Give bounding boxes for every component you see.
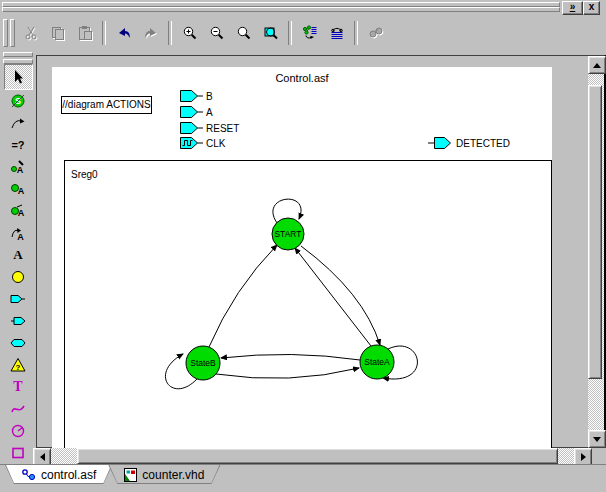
palette-grip[interactable] xyxy=(3,52,33,57)
generate-code-icon xyxy=(302,25,318,41)
toolbar-grip[interactable] xyxy=(3,19,8,47)
transition-statea-to-stateb[interactable] xyxy=(221,354,360,360)
zoom-button[interactable] xyxy=(231,20,256,45)
main-toolbar xyxy=(0,13,606,52)
svg-text:A: A xyxy=(17,232,24,242)
arrow-right-icon xyxy=(581,453,586,461)
output-port-icon xyxy=(10,313,26,329)
signal-icon xyxy=(10,335,26,351)
compile-button[interactable] xyxy=(324,20,349,45)
exit-action-tool[interactable]: A xyxy=(5,200,32,222)
transition-action-tool[interactable]: A xyxy=(5,222,32,244)
rectangle-icon xyxy=(10,445,26,461)
transition-arrow-icon xyxy=(10,115,26,131)
state-diagram: START StateB StateA xyxy=(52,67,552,448)
arrow-down-icon xyxy=(593,437,601,442)
svg-text:A: A xyxy=(18,186,25,196)
zoom-out-button[interactable] xyxy=(204,20,229,45)
transition-tool[interactable] xyxy=(5,112,32,134)
zoom-area-icon xyxy=(263,25,279,41)
rebar: » x xyxy=(0,0,606,13)
state-label: StateA xyxy=(364,357,390,367)
tab-control-asf[interactable]: control.asf xyxy=(5,465,112,484)
toolbar-grip[interactable] xyxy=(10,19,15,47)
select-tool[interactable] xyxy=(4,64,33,90)
action-icon: A xyxy=(10,159,26,175)
vhdl-file-icon xyxy=(124,468,137,482)
cut-icon xyxy=(23,25,39,41)
input-port-tool[interactable] xyxy=(5,288,32,310)
rectangle-tool[interactable] xyxy=(5,442,32,464)
text-label-tool[interactable]: A xyxy=(5,244,32,266)
toolbar-separator xyxy=(354,21,358,45)
transition-stateb-to-start[interactable] xyxy=(209,245,277,347)
input-port-icon xyxy=(10,291,26,307)
rebar-grip-line[interactable] xyxy=(2,7,560,12)
redo-icon xyxy=(143,25,159,41)
compile-icon xyxy=(329,25,345,41)
undo-button[interactable] xyxy=(111,20,136,45)
horizontal-scroll-thumb[interactable] xyxy=(77,448,558,464)
zoom-in-icon xyxy=(182,25,198,41)
vertical-scroll-thumb[interactable] xyxy=(588,85,602,379)
signal-tool[interactable] xyxy=(5,332,32,354)
copy-icon xyxy=(50,25,66,41)
exit-action-icon: A xyxy=(10,203,26,219)
assertion-tool[interactable]: ? xyxy=(5,354,32,376)
state-start[interactable]: START xyxy=(272,218,304,250)
action-tool[interactable]: A xyxy=(5,156,32,178)
tab-label: control.asf xyxy=(41,468,96,482)
transition-action-icon: A xyxy=(10,225,26,241)
browse-icon xyxy=(368,25,384,41)
zoom-in-button[interactable] xyxy=(177,20,202,45)
wire-icon xyxy=(10,401,26,417)
transition-stateb-to-statea[interactable] xyxy=(216,368,359,378)
copy-button[interactable] xyxy=(45,20,70,45)
toolbar-separator xyxy=(102,21,106,45)
generate-code-button[interactable] xyxy=(297,20,322,45)
transition-start-to-statea[interactable] xyxy=(301,246,380,345)
paste-button[interactable] xyxy=(72,20,97,45)
paste-icon xyxy=(77,25,93,41)
letter-t-icon: T xyxy=(13,379,22,395)
document-tabbar: control.asf counter.vhd xyxy=(0,464,606,484)
svg-text:A: A xyxy=(18,208,25,218)
horizontal-scrollbar[interactable] xyxy=(33,448,592,464)
arrow-up-icon xyxy=(593,63,601,68)
arrow-left-icon xyxy=(40,453,45,461)
state-stateb[interactable]: StateB xyxy=(186,346,220,380)
cut-button[interactable] xyxy=(18,20,43,45)
diagram-canvas[interactable]: Control.asf //diagram ACTIONS B A RESET xyxy=(52,67,552,448)
state-statea[interactable]: StateA xyxy=(360,345,394,379)
output-port-tool[interactable] xyxy=(5,310,32,332)
arc-tool[interactable] xyxy=(5,420,32,442)
editor-client-area: Control.asf //diagram ACTIONS B A RESET xyxy=(36,55,606,448)
fsm-editor-window: { "rebar": { "more_button": "»", "close_… xyxy=(0,0,606,492)
zoom-out-icon xyxy=(209,25,225,41)
state-label: START xyxy=(274,229,301,239)
scroll-up-button[interactable] xyxy=(588,56,606,74)
state-machine-icon: S xyxy=(10,93,26,109)
svg-text:?: ? xyxy=(16,363,21,372)
state-machine-tool[interactable]: S xyxy=(5,90,32,112)
browse-button[interactable] xyxy=(363,20,388,45)
undo-icon xyxy=(116,25,132,41)
state-tool[interactable] xyxy=(5,266,32,288)
redo-button[interactable] xyxy=(138,20,163,45)
zoom-area-button[interactable] xyxy=(258,20,283,45)
fsm-file-icon xyxy=(21,468,36,481)
scroll-down-button[interactable] xyxy=(588,430,606,448)
condition-tool[interactable]: =? xyxy=(5,134,32,156)
wire-tool[interactable] xyxy=(5,398,32,420)
vertical-scrollbar[interactable] xyxy=(588,56,604,448)
entry-action-icon: A xyxy=(10,181,26,197)
tab-label: counter.vhd xyxy=(142,468,204,482)
transition-statea-to-start[interactable] xyxy=(295,248,371,346)
toolbar-separator xyxy=(168,21,172,45)
arc-icon xyxy=(10,423,26,439)
tab-counter-vhd[interactable]: counter.vhd xyxy=(108,465,220,484)
toolbar-separator xyxy=(288,21,292,45)
text-tool[interactable]: T xyxy=(5,376,32,398)
entry-action-tool[interactable]: A xyxy=(5,178,32,200)
condition-icon: =? xyxy=(11,139,24,151)
